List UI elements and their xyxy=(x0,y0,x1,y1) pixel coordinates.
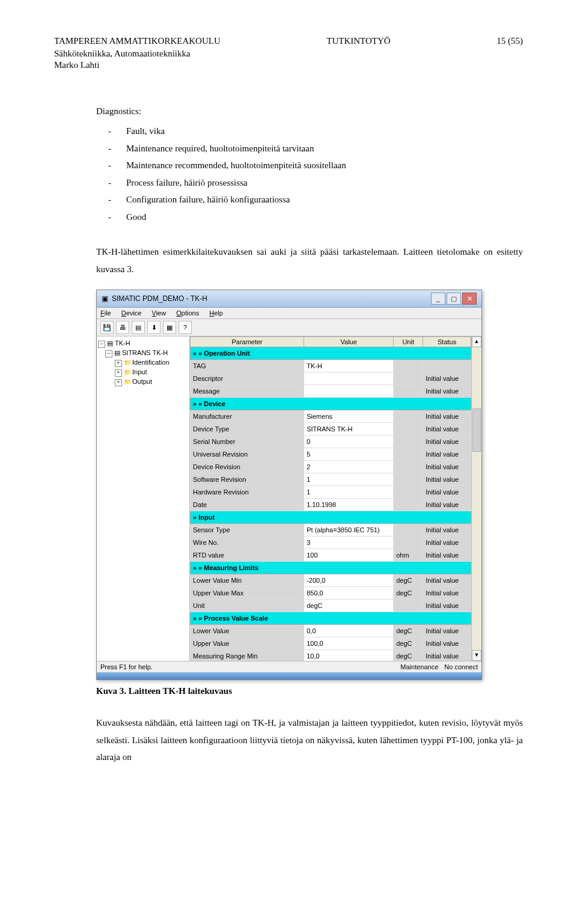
col-unit[interactable]: Unit xyxy=(394,337,423,347)
param-status: Initial value xyxy=(423,650,471,661)
param-value[interactable]: TK-H xyxy=(304,360,394,372)
collapse-icon[interactable]: − xyxy=(98,341,105,348)
tree-input[interactable]: Input xyxy=(124,368,147,375)
param-value[interactable]: 2 xyxy=(304,461,394,473)
expand-icon[interactable]: + xyxy=(115,360,122,367)
param-status: Initial value xyxy=(423,461,471,473)
parameter-grid[interactable]: Parameter Value Unit Status » » Operatio… xyxy=(190,336,471,661)
menu-view[interactable]: View xyxy=(152,309,166,317)
table-row[interactable]: Date1.10.1998Initial value xyxy=(191,499,471,511)
menu-help[interactable]: Help xyxy=(209,309,223,317)
download-icon[interactable]: ⬇ xyxy=(147,321,160,334)
param-value[interactable]: Pt (alpha=3850 IEC 751) xyxy=(304,524,394,536)
menu-device[interactable]: Device xyxy=(121,309,142,317)
table-row[interactable]: MessageInitial value xyxy=(191,385,471,398)
col-parameter[interactable]: Parameter xyxy=(191,337,304,347)
collapse-icon[interactable]: − xyxy=(105,350,112,357)
print-icon[interactable]: 🖶 xyxy=(116,321,129,334)
section-header[interactable]: » » Measuring Limits xyxy=(191,562,471,574)
scroll-up-icon[interactable]: ▲ xyxy=(472,336,481,347)
taskbar xyxy=(97,672,481,679)
figure-caption: Kuva 3. Laitteen TK-H laitekuvaus xyxy=(96,686,523,696)
param-value[interactable]: 0,0 xyxy=(304,625,394,637)
param-status: Initial value xyxy=(423,574,471,587)
param-value[interactable]: degC xyxy=(304,600,394,612)
section-header[interactable]: » » Device xyxy=(191,398,471,410)
table-row[interactable]: DescriptorInitial value xyxy=(191,372,471,385)
maximize-button[interactable]: ▢ xyxy=(447,293,461,305)
param-unit: degC xyxy=(394,625,423,637)
title-bar[interactable]: ▣ SIMATIC PDM_DEMO - TK-H _ ▢ ✕ xyxy=(97,290,481,308)
table-row[interactable]: Hardware Revision1Initial value xyxy=(191,486,471,499)
expand-icon[interactable]: + xyxy=(115,379,122,386)
table-row[interactable]: ManufacturerSiemensInitial value xyxy=(191,410,471,423)
scroll-down-icon[interactable]: ▼ xyxy=(472,650,481,661)
param-value[interactable]: 3 xyxy=(304,536,394,549)
table-row[interactable]: Lower Value0,0degCInitial value xyxy=(191,625,471,637)
param-name: Device Revision xyxy=(191,461,304,473)
tree-device[interactable]: SITRANS TK-H xyxy=(114,349,168,356)
minimize-button[interactable]: _ xyxy=(431,293,445,305)
close-button[interactable]: ✕ xyxy=(462,293,477,305)
table-icon[interactable]: ▦ xyxy=(163,321,176,334)
table-row[interactable]: Universal Revision5Initial value xyxy=(191,448,471,461)
param-name: Hardware Revision xyxy=(191,486,304,499)
section-header[interactable]: » Input xyxy=(191,511,471,524)
table-row[interactable]: Lower Value Min-200,0degCInitial value xyxy=(191,574,471,587)
table-row[interactable]: Measuring Range Min10,0degCInitial value xyxy=(191,650,471,661)
table-row[interactable]: Upper Value100,0degCInitial value xyxy=(191,637,471,650)
param-value[interactable]: 100,0 xyxy=(304,637,394,650)
param-status: Initial value xyxy=(423,625,471,637)
table-row[interactable]: UnitdegCInitial value xyxy=(191,600,471,612)
param-value[interactable] xyxy=(304,372,394,385)
table-row[interactable]: Upper Value Max850,0degCInitial value xyxy=(191,587,471,600)
param-value[interactable]: 100 xyxy=(304,549,394,562)
menu-bar: File Device View Options Help xyxy=(97,308,481,319)
param-value[interactable]: 1 xyxy=(304,486,394,499)
param-value[interactable]: -200,0 xyxy=(304,574,394,587)
tree-output[interactable]: Output xyxy=(124,378,152,385)
param-value[interactable] xyxy=(304,385,394,398)
col-status[interactable]: Status xyxy=(423,337,471,347)
expand-icon[interactable]: + xyxy=(115,369,122,377)
param-value[interactable]: SITRANS TK-H xyxy=(304,423,394,436)
device-icon[interactable]: ▤ xyxy=(132,321,145,334)
param-name: Manufacturer xyxy=(191,410,304,423)
save-icon[interactable]: 💾 xyxy=(100,321,114,334)
param-value[interactable]: 850,0 xyxy=(304,587,394,600)
table-row[interactable]: Serial Number0Initial value xyxy=(191,436,471,448)
param-name: TAG xyxy=(191,360,304,372)
list-item: -Configuration failure, häiriö konfigura… xyxy=(108,191,523,208)
table-row[interactable]: Software Revision1Initial value xyxy=(191,473,471,486)
section-header[interactable]: » » Process Value Scale xyxy=(191,612,471,625)
param-value[interactable]: 0 xyxy=(304,436,394,448)
param-value[interactable]: 1 xyxy=(304,473,394,486)
col-value[interactable]: Value xyxy=(304,337,394,347)
param-status: Initial value xyxy=(423,600,471,612)
help-icon[interactable]: ? xyxy=(179,321,192,334)
scroll-thumb[interactable] xyxy=(472,409,481,452)
vertical-scrollbar[interactable]: ▲ ▼ xyxy=(471,336,481,661)
param-value[interactable]: Siemens xyxy=(304,410,394,423)
param-value[interactable]: 1.10.1998 xyxy=(304,499,394,511)
table-row[interactable]: TAGTK-H xyxy=(191,360,471,372)
param-status: Initial value xyxy=(423,499,471,511)
menu-options[interactable]: Options xyxy=(176,309,199,317)
param-value[interactable]: 10,0 xyxy=(304,650,394,661)
param-unit xyxy=(394,410,423,423)
table-row[interactable]: Device Revision2Initial value xyxy=(191,461,471,473)
tree-identification[interactable]: Identification xyxy=(124,359,169,366)
table-row[interactable]: Wire No.3Initial value xyxy=(191,536,471,549)
param-value[interactable]: 5 xyxy=(304,448,394,461)
device-tree[interactable]: −TK-H −SITRANS TK-H +Identification +Inp… xyxy=(97,336,190,661)
table-row[interactable]: Sensor TypePt (alpha=3850 IEC 751)Initia… xyxy=(191,524,471,536)
body-paragraph: Kuvauksesta nähdään, että laitteen tagi … xyxy=(96,714,523,766)
param-unit xyxy=(394,448,423,461)
table-row[interactable]: Device TypeSITRANS TK-HInitial value xyxy=(191,423,471,436)
tree-root[interactable]: TK-H xyxy=(107,339,130,347)
menu-file[interactable]: File xyxy=(100,309,111,317)
section-header[interactable]: » » Operation Unit xyxy=(191,347,471,360)
list-item: -Maintenance recommended, huoltotoimenpi… xyxy=(108,157,523,174)
param-status: Initial value xyxy=(423,637,471,650)
table-row[interactable]: RTD value100ohmInitial value xyxy=(191,549,471,562)
